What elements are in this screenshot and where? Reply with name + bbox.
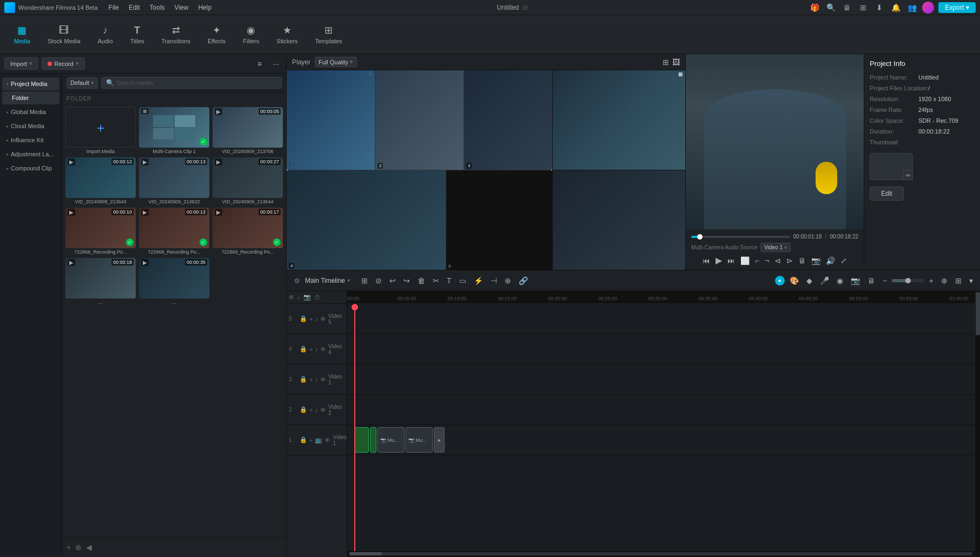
track-add-audio-icon[interactable]: ♪: [297, 294, 300, 301]
menu-view[interactable]: View: [170, 3, 193, 12]
tl-btn-undo[interactable]: ↩: [387, 275, 399, 287]
tl-more-icon[interactable]: ▾: [966, 275, 976, 287]
step-forward-icon[interactable]: ⏭: [727, 256, 735, 265]
collapse-icon[interactable]: ◀: [86, 543, 92, 552]
track-add-icon-1[interactable]: +: [309, 437, 313, 443]
track-lock-icon-5[interactable]: 🔒: [300, 315, 307, 322]
media-item-vid213643[interactable]: 00:00:12 ▶ VID_20240909_213643: [65, 157, 136, 204]
search-icon[interactable]: 🔍: [825, 2, 837, 14]
tl-btn-redo[interactable]: ↪: [401, 275, 413, 287]
track-time-icon[interactable]: ⏱: [314, 294, 320, 301]
sidebar-item-folder[interactable]: Folder: [2, 91, 59, 104]
media-item-multicam1[interactable]: ✓ ▦ Multi-Camera Clip 1: [139, 107, 209, 154]
main-cam-cell[interactable]: ▦ 1 2 3: [287, 70, 552, 270]
tl-color-icon[interactable]: 🎨: [787, 275, 802, 287]
tl-btn-text[interactable]: T: [444, 275, 454, 287]
image-view-icon[interactable]: 🖼: [672, 58, 680, 67]
edit-button[interactable]: Edit: [870, 187, 904, 201]
tool-titles[interactable]: T Titles: [123, 22, 152, 48]
tool-transitions[interactable]: ⇄ Transitions: [154, 21, 198, 48]
zoom-thumb[interactable]: [905, 278, 911, 283]
tl-add-track-icon[interactable]: ⊕: [938, 275, 950, 287]
track-eye-icon-2[interactable]: 👁: [320, 407, 326, 413]
menu-file[interactable]: File: [104, 3, 123, 12]
tl-btn-ripple[interactable]: ⊘: [373, 275, 385, 287]
sidebar-item-project-media[interactable]: ▾ Project Media: [2, 77, 59, 90]
media-item-vid213622[interactable]: 00:00:13 ▶ VID_20240909_213622: [139, 157, 209, 204]
tl-btn-group[interactable]: ⊕: [502, 275, 514, 287]
media-item-vid213706[interactable]: 00:00:05 ▶ VID_20240909_213706: [213, 107, 283, 154]
mark-in-icon[interactable]: ⌐: [755, 256, 759, 265]
track-clip-green1[interactable]: [355, 427, 369, 453]
media-item-vid213544[interactable]: 00:00:27 ▶ VID_20240909_213544: [213, 157, 283, 204]
media-item-row4b[interactable]: 00:00:35 ▶ ...: [139, 258, 209, 305]
tool-effects[interactable]: ✦ Effects: [200, 21, 233, 48]
vertical-scrollbar-thumb[interactable]: [976, 292, 980, 335]
sidebar-item-cloud-media[interactable]: ▸ Cloud Media: [2, 120, 59, 132]
next-frame-icon[interactable]: ⊳: [786, 256, 793, 265]
tl-btn-speed[interactable]: ⚡: [471, 275, 486, 287]
tl-btn-scene[interactable]: ⊞: [359, 275, 370, 287]
tool-media[interactable]: ▦ Media: [6, 21, 38, 48]
tool-stickers[interactable]: ★ Stickers: [269, 21, 305, 48]
tl-btn-cut[interactable]: ✂: [430, 275, 442, 287]
progress-thumb[interactable]: [697, 234, 703, 240]
tool-audio[interactable]: ♪ Audio: [90, 22, 121, 48]
monitor-out-icon[interactable]: 🖥: [798, 256, 806, 265]
people-icon[interactable]: 👥: [906, 2, 918, 14]
tl-grid-icon[interactable]: ⊞: [952, 275, 964, 287]
track-audio-icon-5[interactable]: ♪: [315, 316, 318, 322]
track-eye-icon-1[interactable]: 👁: [325, 437, 330, 443]
menu-edit[interactable]: Edit: [124, 3, 144, 12]
monitor-icon[interactable]: 🖥: [841, 2, 853, 14]
track-lock-icon-2[interactable]: 🔒: [300, 406, 307, 413]
tl-btn-delete[interactable]: 🗑: [415, 275, 428, 287]
import-button[interactable]: Import ▾: [4, 57, 38, 70]
track-lock-icon-1[interactable]: 🔒: [300, 436, 307, 443]
zoom-slider[interactable]: [892, 279, 924, 282]
media-item-rec3[interactable]: 00:00:17 ✓ ▶ 722869_Recording Po...: [213, 208, 283, 255]
track-add-icon-3[interactable]: +: [309, 376, 313, 383]
sidebar-item-global-media[interactable]: ▸ Global Media: [2, 105, 59, 118]
sidebar-item-influence-kit[interactable]: ▸ Influence Kit: [2, 134, 59, 147]
track-audio-icon-2[interactable]: ♪: [315, 407, 318, 413]
sidebar-item-compound-clip[interactable]: ▸ Compound Clip: [2, 162, 59, 175]
track-add-icon-5[interactable]: +: [309, 316, 313, 322]
timeline-settings-icon[interactable]: ⊙: [291, 275, 303, 287]
tl-btn-crop[interactable]: ▭: [456, 275, 469, 287]
thumbnail-edit-icon[interactable]: ✏: [903, 170, 913, 180]
tl-multicam-icon[interactable]: ●: [775, 276, 785, 286]
track-eye-icon-3[interactable]: 👁: [320, 376, 326, 383]
audio-source-select[interactable]: Video 1 ▾: [760, 243, 791, 252]
track-audio-icon-4[interactable]: ♪: [315, 346, 318, 353]
step-back-icon[interactable]: ⏮: [703, 256, 710, 265]
sidebar-item-adjustment-layer[interactable]: ▸ Adjustment La...: [2, 148, 59, 161]
track-camera-icon[interactable]: 📷: [303, 294, 311, 301]
timeline-scrollbar-track[interactable]: [349, 552, 972, 555]
track-clip-multi1[interactable]: 📷 Mu...: [378, 427, 405, 453]
export-button[interactable]: Export ▾: [938, 2, 976, 13]
tl-plus-icon[interactable]: +: [926, 275, 936, 287]
tool-stock-media[interactable]: 🎞 Stock Media: [40, 22, 88, 48]
media-item-rec1[interactable]: 00:00:10 ✓ ▶ 722866_Recording Po...: [65, 208, 136, 255]
track-lock-icon-3[interactable]: 🔒: [300, 376, 307, 383]
timeline-scrollbar-thumb[interactable]: [349, 552, 382, 555]
track-audio-icon-3[interactable]: ♪: [315, 376, 318, 383]
mark-out-icon[interactable]: ¬: [765, 256, 769, 265]
more-options-icon[interactable]: ···: [270, 58, 282, 70]
menu-help[interactable]: Help: [194, 3, 216, 12]
grid-view-icon[interactable]: ⊞: [663, 58, 669, 67]
tl-btn-link[interactable]: 🔗: [516, 275, 531, 287]
search-media-input[interactable]: 🔍 Search media: [101, 77, 282, 89]
track-clip-green2[interactable]: [370, 427, 376, 453]
crop-icon[interactable]: ⬜: [740, 256, 750, 265]
tool-templates[interactable]: ⊞ Templates: [307, 21, 349, 48]
volume-icon[interactable]: 🔊: [826, 256, 835, 265]
tl-screen-icon[interactable]: 🖥: [865, 275, 878, 287]
track-clip-arrow[interactable]: ▸: [434, 427, 445, 453]
record-button[interactable]: Record ▾: [42, 57, 84, 70]
expand-icon[interactable]: ⤢: [840, 256, 847, 265]
track-clip-multi2[interactable]: 📷 Mu...: [406, 427, 433, 453]
track-eye-icon-4[interactable]: 👁: [320, 346, 326, 353]
tl-btn-split[interactable]: ⊣: [488, 275, 500, 287]
